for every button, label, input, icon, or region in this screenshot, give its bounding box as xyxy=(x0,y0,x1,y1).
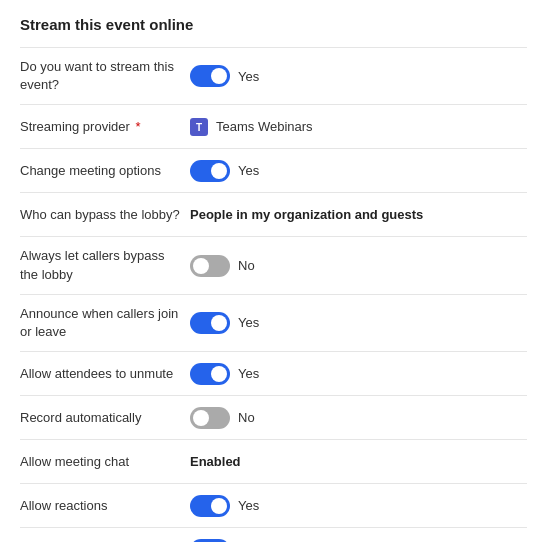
value-stream-event: Yes xyxy=(190,65,527,87)
teams-provider-icon: T xyxy=(190,118,208,136)
row-bypass-lobby: Who can bypass the lobby? People in my o… xyxy=(20,192,527,236)
required-star: * xyxy=(135,119,140,134)
toggle-change-meeting[interactable] xyxy=(190,160,230,182)
text-announce-callers: Yes xyxy=(238,315,259,330)
value-allow-camera: Yes xyxy=(190,539,527,542)
row-record-auto: Record automatically No xyxy=(20,395,527,439)
value-record-auto: No xyxy=(190,407,527,429)
toggle-callers-bypass[interactable] xyxy=(190,255,230,277)
value-allow-reactions: Yes xyxy=(190,495,527,517)
label-announce-callers: Announce when callers join or leave xyxy=(20,305,190,341)
toggle-record-auto[interactable] xyxy=(190,407,230,429)
label-record-auto: Record automatically xyxy=(20,409,190,427)
text-stream-event: Yes xyxy=(238,69,259,84)
label-allow-unmute: Allow attendees to unmute xyxy=(20,365,190,383)
row-meeting-chat: Allow meeting chat Enabled xyxy=(20,439,527,483)
main-container: Stream this event online Do you want to … xyxy=(0,0,547,542)
row-allow-unmute: Allow attendees to unmute Yes xyxy=(20,351,527,395)
value-announce-callers: Yes xyxy=(190,312,527,334)
value-bypass-lobby: People in my organization and guests xyxy=(190,207,527,222)
label-bypass-lobby: Who can bypass the lobby? xyxy=(20,206,190,224)
row-callers-bypass: Always let callers bypass the lobby No xyxy=(20,236,527,293)
label-stream-event: Do you want to stream this event? xyxy=(20,58,190,94)
row-streaming-provider: Streaming provider * T Teams Webinars xyxy=(20,104,527,148)
label-streaming-provider: Streaming provider * xyxy=(20,118,190,136)
text-record-auto: No xyxy=(238,410,255,425)
row-allow-reactions: Allow reactions Yes xyxy=(20,483,527,527)
text-change-meeting: Yes xyxy=(238,163,259,178)
page-title: Stream this event online xyxy=(20,16,527,33)
label-allow-reactions: Allow reactions xyxy=(20,497,190,515)
value-streaming-provider: T Teams Webinars xyxy=(190,118,527,136)
text-meeting-chat: Enabled xyxy=(190,454,241,469)
row-change-meeting: Change meeting options Yes xyxy=(20,148,527,192)
row-allow-camera: Allow camera for attendees Yes xyxy=(20,527,527,542)
svg-text:T: T xyxy=(196,122,202,133)
toggle-allow-reactions[interactable] xyxy=(190,495,230,517)
value-meeting-chat: Enabled xyxy=(190,454,527,469)
text-allow-unmute: Yes xyxy=(238,366,259,381)
label-meeting-chat: Allow meeting chat xyxy=(20,453,190,471)
row-stream-event: Do you want to stream this event? Yes xyxy=(20,47,527,104)
toggle-stream-event[interactable] xyxy=(190,65,230,87)
label-change-meeting: Change meeting options xyxy=(20,162,190,180)
text-callers-bypass: No xyxy=(238,258,255,273)
text-bypass-lobby: People in my organization and guests xyxy=(190,207,423,222)
toggle-allow-unmute[interactable] xyxy=(190,363,230,385)
row-announce-callers: Announce when callers join or leave Yes xyxy=(20,294,527,351)
toggle-allow-camera[interactable] xyxy=(190,539,230,542)
label-callers-bypass: Always let callers bypass the lobby xyxy=(20,247,190,283)
value-allow-unmute: Yes xyxy=(190,363,527,385)
toggle-announce-callers[interactable] xyxy=(190,312,230,334)
value-change-meeting: Yes xyxy=(190,160,527,182)
text-allow-reactions: Yes xyxy=(238,498,259,513)
text-streaming-provider: Teams Webinars xyxy=(216,119,313,134)
value-callers-bypass: No xyxy=(190,255,527,277)
